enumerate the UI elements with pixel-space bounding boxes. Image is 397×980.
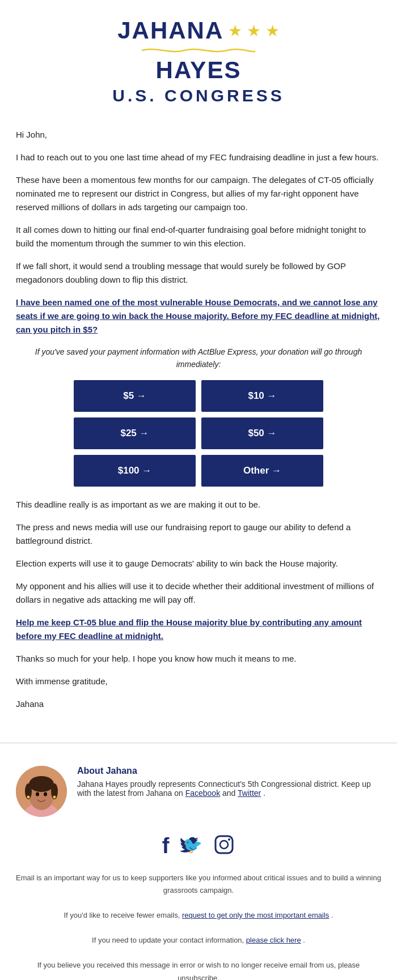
and-separator: and [222,789,238,798]
body-content: Hi John, I had to reach out to you one l… [0,117,397,731]
avatar-image [16,766,67,817]
header-name-line1: JAHANA ★ ★ ★ [11,17,386,44]
update-contact-prefix: If you need to update your contact infor… [92,936,246,944]
highlight-paragraph-1[interactable]: I have been named one of the most vulner… [16,296,381,336]
highlight-paragraph-2[interactable]: Help me keep CT-05 blue and flip the Hou… [16,616,381,643]
donation-grid: $5 → $10 → $25 → $50 → $100 → Other → [74,380,323,487]
svg-point-13 [220,841,228,849]
donate-50-button[interactable]: $50 → [201,417,323,449]
closing-2: With immense gratitude, [16,675,381,688]
donate-other-button[interactable]: Other → [201,455,323,487]
facebook-link[interactable]: Facebook [185,789,220,798]
fewer-emails-suffix: . [331,911,333,919]
wavy-divider [142,45,255,56]
stars-decoration: ★ ★ ★ [228,22,280,40]
footer-email-note: Email is an important way for us to keep… [16,872,381,897]
email-container: JAHANA ★ ★ ★ HAYES U.S. CONGRESS Hi John… [0,0,397,980]
highlight-link-2[interactable]: Help me keep CT-05 blue and flip the Hou… [16,617,362,641]
closing-3: Jahana [16,697,381,711]
paragraph-1: I had to reach out to you one last time … [16,151,381,164]
svg-text:🐦: 🐦 [183,836,202,855]
fewer-emails-link[interactable]: request to get only the most important e… [182,911,329,919]
paragraph-2: These have been a momentous few months f… [16,173,381,214]
name-jahana: JAHANA [117,17,223,44]
fewer-emails-paragraph: If you'd like to receive fewer emails, r… [16,909,381,922]
svg-point-10 [53,795,56,798]
twitter-icon[interactable]: 🐦 [180,834,202,860]
closing-1: Thanks so much for your help. I hope you… [16,652,381,666]
facebook-icon[interactable]: f [162,834,170,860]
italic-note: If you've saved your payment information… [16,346,381,371]
paragraph-7: Election experts will use it to gauge De… [16,557,381,570]
svg-point-7 [36,792,39,796]
paragraph-6: The press and news media will use our fu… [16,521,381,548]
svg-point-4 [29,776,54,792]
unsubscribe-paragraph: If you believe you received this message… [16,959,381,980]
update-contact-suffix: . [303,936,305,944]
donate-5-button[interactable]: $5 → [74,380,196,412]
social-icons-row: f 🐦 [0,828,397,872]
update-contact-link[interactable]: please click here [246,936,301,944]
paragraph-5: This deadline really is as important as … [16,498,381,512]
paragraph-4: If we fall short, it would send a troubl… [16,259,381,287]
donate-100-button[interactable]: $100 → [74,455,196,487]
svg-point-8 [44,792,47,796]
svg-point-14 [228,838,230,841]
period: . [263,789,265,798]
congress-title: U.S. CONGRESS [11,86,386,105]
highlight-link-1[interactable]: I have been named one of the most vulner… [16,297,380,334]
twitter-link[interactable]: Twitter [238,789,261,798]
avatar [16,766,67,817]
svg-rect-12 [216,836,233,853]
instagram-icon[interactable] [213,834,235,860]
footer-divider [0,743,397,743]
donate-25-button[interactable]: $25 → [74,417,196,449]
paragraph-8: My opponent and his allies will use it t… [16,580,381,607]
paragraph-3: It all comes down to hitting our final e… [16,223,381,250]
donate-10-button[interactable]: $10 → [201,380,323,412]
footer-about: About Jahana Jahana Hayes proudly repres… [0,755,397,828]
header: JAHANA ★ ★ ★ HAYES U.S. CONGRESS [0,0,397,117]
greeting: Hi John, [16,128,381,142]
svg-point-9 [27,795,30,798]
update-contact-paragraph: If you need to update your contact infor… [16,934,381,947]
about-text-block: About Jahana Jahana Hayes proudly repres… [77,766,381,798]
fewer-emails-prefix: If you'd like to receive fewer emails, [64,911,181,919]
about-title: About Jahana [77,766,381,776]
name-hayes: HAYES [11,57,386,84]
footer-text-block: Email is an important way for us to keep… [0,872,397,980]
